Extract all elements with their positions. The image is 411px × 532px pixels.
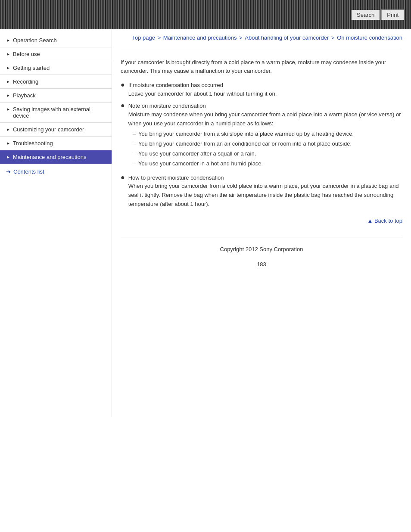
chevron-right-icon: ►: [6, 107, 10, 112]
sidebar-item-maintenance[interactable]: ► Maintenance and precautions: [0, 150, 112, 164]
chevron-right-icon: ►: [6, 93, 10, 98]
bullet-icon: ●: [121, 174, 125, 181]
search-button[interactable]: Search: [352, 10, 380, 20]
copyright-text: Copyright 2012 Sony Corporation: [220, 246, 303, 252]
print-button[interactable]: Print: [381, 9, 404, 20]
sidebar-item-getting-started[interactable]: ► Getting started: [0, 61, 112, 75]
sidebar-item-label: Troubleshooting: [13, 140, 53, 146]
sidebar-item-label: Playback: [13, 92, 36, 99]
dash-icon: –: [133, 130, 136, 139]
content-area: Top page > Maintenance and precautions >…: [112, 29, 411, 417]
footer: Copyright 2012 Sony Corporation: [121, 237, 402, 257]
sidebar-item-label: Getting started: [13, 65, 50, 71]
contents-list-label: Contents list: [13, 168, 44, 175]
sidebar-item-customizing[interactable]: ► Customizing your camcorder: [0, 123, 112, 137]
sidebar: ► Operation Search ► Before use ► Gettin…: [0, 29, 112, 417]
breadcrumb-separator: >: [158, 34, 162, 41]
chevron-right-icon: ►: [6, 141, 10, 146]
dash-item: – You bring your camcorder from a ski sl…: [133, 130, 402, 139]
dash-icon: –: [133, 140, 136, 149]
triangle-up-icon: ▲: [367, 218, 374, 224]
sidebar-item-playback[interactable]: ► Playback: [0, 89, 112, 103]
sidebar-item-label: Maintenance and precautions: [13, 154, 87, 160]
sidebar-item-troubleshooting[interactable]: ► Troubleshooting: [0, 137, 112, 150]
bullet-title: How to prevent moisture condensation: [128, 174, 224, 181]
chevron-right-icon: ►: [6, 79, 10, 84]
bullet-list: ● If moisture condensation has occurred …: [121, 81, 402, 208]
arrow-right-icon: ➔: [6, 168, 11, 175]
dash-text: You bring your camcorder from an air con…: [138, 140, 352, 149]
list-item: ● If moisture condensation has occurred …: [121, 81, 402, 98]
sidebar-item-label: Customizing your camcorder: [13, 126, 84, 133]
breadcrumb-separator: >: [239, 34, 244, 41]
breadcrumb-maintenance[interactable]: Maintenance and precautions: [163, 34, 237, 41]
chevron-right-icon: ►: [6, 65, 10, 70]
bullet-desc: Leave your camcorder for about 1 hour wi…: [128, 90, 402, 99]
bullet-icon: ●: [121, 81, 125, 88]
bullet-desc: When you bring your camcorder from a col…: [128, 182, 402, 208]
sidebar-item-operation-search[interactable]: ► Operation Search: [0, 34, 112, 47]
sidebar-item-before-use[interactable]: ► Before use: [0, 47, 112, 61]
bullet-desc: Moisture may condense when you bring you…: [128, 110, 402, 128]
main-layout: ► Operation Search ► Before use ► Gettin…: [0, 29, 411, 417]
bullet-content: Note on moisture condensation Moisture m…: [128, 102, 402, 170]
list-item: ● Note on moisture condensation Moisture…: [121, 102, 402, 170]
breadcrumb-current: On moisture condensation: [337, 34, 402, 41]
bullet-title: Note on moisture condensation: [128, 103, 206, 109]
breadcrumb-separator: >: [331, 34, 336, 41]
sidebar-item-recording[interactable]: ► Recording: [0, 75, 112, 89]
back-to-top-link[interactable]: ▲ Back to top: [367, 218, 402, 224]
bullet-icon: ●: [121, 102, 125, 109]
dash-icon: –: [133, 149, 136, 159]
dash-list: – You bring your camcorder from a ski sl…: [133, 130, 402, 168]
dash-icon: –: [133, 159, 136, 168]
breadcrumb-top-page[interactable]: Top page: [132, 34, 156, 41]
contents-list-link[interactable]: ➔ Contents list: [0, 164, 112, 179]
breadcrumb-about-handling[interactable]: About handling of your camcorder: [245, 34, 329, 41]
dash-text: You use your camcorder after a squall or…: [138, 149, 256, 159]
bullet-content: If moisture condensation has occurred Le…: [128, 81, 402, 98]
chevron-right-icon: ►: [6, 155, 10, 159]
chevron-right-icon: ►: [6, 52, 10, 56]
bullet-title: If moisture condensation has occurred: [128, 82, 223, 88]
header: Search Print: [0, 0, 411, 29]
sidebar-item-label: Before use: [13, 51, 40, 57]
breadcrumb: Top page > Maintenance and precautions >…: [121, 34, 402, 42]
list-item: ● How to prevent moisture condensation W…: [121, 174, 402, 209]
dash-text: You bring your camcorder from a ski slop…: [138, 130, 354, 139]
page-number: 183: [121, 257, 402, 272]
chevron-right-icon: ►: [6, 38, 10, 43]
sidebar-item-label: Operation Search: [13, 37, 57, 44]
dash-text: You use your camcorder in a hot and humi…: [138, 159, 263, 168]
page-intro: If your camcorder is brought directly fr…: [121, 58, 402, 76]
sidebar-item-saving-images[interactable]: ► Saving images with an external device: [0, 103, 112, 123]
dash-item: – You use your camcorder in a hot and hu…: [133, 159, 402, 168]
sidebar-item-label: Recording: [13, 78, 38, 85]
content-divider: [121, 51, 402, 51]
dash-item: – You bring your camcorder from an air c…: [133, 140, 402, 149]
bullet-content: How to prevent moisture condensation Whe…: [128, 174, 402, 209]
dash-item: – You use your camcorder after a squall …: [133, 149, 402, 159]
back-to-top[interactable]: ▲ Back to top: [121, 218, 402, 224]
sidebar-item-label: Saving images with an external device: [13, 106, 107, 119]
chevron-right-icon: ►: [6, 127, 10, 132]
